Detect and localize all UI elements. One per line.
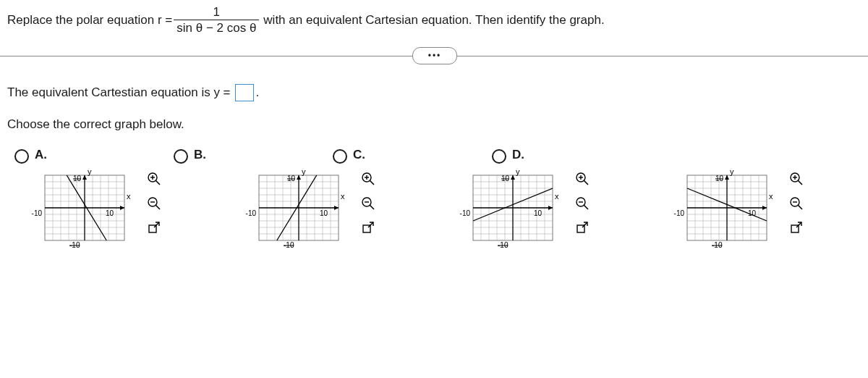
axis-y-label: y xyxy=(730,168,734,176)
popout-icon xyxy=(790,222,803,235)
axis-x-label: x xyxy=(555,192,559,201)
zoom-out-icon xyxy=(147,196,161,211)
radio-d[interactable] xyxy=(492,149,506,164)
graph-b: y x 10 -10 10 -10 xyxy=(244,168,353,255)
question-pre: Replace the polar equation r = xyxy=(7,13,172,28)
tick-neg10x: -10 xyxy=(32,209,43,217)
radio-b[interactable] xyxy=(174,149,188,164)
option-d-label: D. xyxy=(512,148,524,162)
popout-icon xyxy=(362,222,375,235)
choose-graph-label: Choose the correct graph below. xyxy=(7,117,861,132)
svg-marker-81 xyxy=(548,206,553,210)
zoom-out-icon xyxy=(789,196,804,211)
answer-prompt-pre: The equivalent Cartestian equation is y … xyxy=(7,85,231,100)
graph-a-group: y x 10 -10 10 -10 xyxy=(30,168,162,255)
svg-line-85 xyxy=(584,181,589,185)
tick-top: 10 xyxy=(287,175,296,182)
tick-bot: -10 xyxy=(284,241,294,249)
zoom-out-button[interactable] xyxy=(360,196,376,211)
axis-x-label: x xyxy=(341,192,345,201)
ellipsis-icon: ••• xyxy=(428,51,442,60)
tick-top: 10 xyxy=(501,175,510,182)
graph-d-group: y x 10 -10 10 -10 xyxy=(673,168,804,255)
zoom-in-icon xyxy=(147,172,161,186)
zoom-in-button[interactable] xyxy=(146,171,162,187)
axis-x-label: x xyxy=(127,192,131,201)
popout-button[interactable] xyxy=(788,220,804,236)
zoom-in-button[interactable] xyxy=(360,171,376,187)
fraction: 1 sin θ − 2 cos θ xyxy=(174,6,259,34)
tick-pos10x: 10 xyxy=(748,209,757,217)
svg-line-27 xyxy=(156,206,161,210)
axis-x-label: x xyxy=(769,192,773,201)
zoom-out-button[interactable] xyxy=(146,196,162,211)
axis-y-label: y xyxy=(88,168,92,176)
answer-line: The equivalent Cartestian equation is y … xyxy=(7,84,861,101)
svg-line-23 xyxy=(156,181,161,185)
tick-bot: -10 xyxy=(498,241,509,249)
popout-button[interactable] xyxy=(574,220,590,236)
axis-y-label: y xyxy=(516,168,520,176)
svg-line-54 xyxy=(370,181,375,185)
radio-c[interactable] xyxy=(333,149,347,164)
tick-pos10x: 10 xyxy=(106,209,114,217)
zoom-out-button[interactable] xyxy=(574,196,590,211)
svg-marker-51 xyxy=(297,175,301,180)
popout-button[interactable] xyxy=(146,220,162,236)
popout-icon xyxy=(576,222,589,235)
tick-pos10x: 10 xyxy=(320,209,328,217)
axis-y-label: y xyxy=(302,168,306,176)
svg-marker-19 xyxy=(120,206,124,210)
question-text: Replace the polar equation r = 1 sin θ −… xyxy=(0,0,868,34)
graph-d: y x 10 -10 10 -10 xyxy=(673,168,781,255)
tick-neg10x: -10 xyxy=(674,209,685,217)
svg-line-58 xyxy=(370,206,375,210)
tick-neg10x: -10 xyxy=(246,209,257,217)
svg-marker-82 xyxy=(511,175,515,180)
zoom-in-icon xyxy=(575,172,590,186)
graph-c-group: y x 10 -10 10 -10 xyxy=(459,168,590,255)
fraction-numerator: 1 xyxy=(174,6,259,20)
option-b[interactable]: B. xyxy=(174,148,206,164)
expand-pill[interactable]: ••• xyxy=(412,47,457,64)
tick-top: 10 xyxy=(73,175,82,182)
svg-line-120 xyxy=(799,206,803,210)
radio-a[interactable] xyxy=(14,149,29,164)
graph-c: y x 10 -10 10 -10 xyxy=(459,168,567,255)
graph-a: y x 10 -10 10 -10 xyxy=(30,168,139,255)
tick-top: 10 xyxy=(715,175,724,182)
section-divider: ••• xyxy=(0,56,868,56)
popout-button[interactable] xyxy=(360,220,376,236)
tick-neg10x: -10 xyxy=(460,209,471,217)
graph-b-group: y x 10 -10 10 -10 xyxy=(244,168,376,255)
option-c-label: C. xyxy=(353,148,365,162)
svg-marker-113 xyxy=(725,175,729,180)
svg-marker-112 xyxy=(762,206,767,210)
fraction-denominator: sin θ − 2 cos θ xyxy=(174,20,259,34)
svg-line-116 xyxy=(799,181,803,185)
option-a-label: A. xyxy=(35,148,47,162)
zoom-out-icon xyxy=(361,196,375,211)
zoom-out-icon xyxy=(575,196,590,211)
option-a[interactable]: A. xyxy=(14,148,47,164)
zoom-in-button[interactable] xyxy=(788,171,804,187)
question-post: with an equivalent Cartesian equation. T… xyxy=(263,13,604,28)
option-d[interactable]: D. xyxy=(492,148,524,164)
zoom-in-icon xyxy=(361,172,375,186)
tick-bot: -10 xyxy=(712,241,723,249)
zoom-in-button[interactable] xyxy=(574,171,590,187)
tick-pos10x: 10 xyxy=(534,209,542,217)
svg-marker-20 xyxy=(82,175,87,180)
tick-bot: -10 xyxy=(69,241,80,249)
zoom-in-icon xyxy=(789,172,804,186)
option-c[interactable]: C. xyxy=(333,148,365,164)
svg-marker-50 xyxy=(334,206,339,210)
option-b-label: B. xyxy=(194,148,206,162)
answer-input[interactable] xyxy=(235,84,254,101)
popout-icon xyxy=(148,222,161,235)
zoom-out-button[interactable] xyxy=(788,196,804,211)
svg-line-89 xyxy=(584,206,589,210)
answer-period: . xyxy=(256,85,260,100)
